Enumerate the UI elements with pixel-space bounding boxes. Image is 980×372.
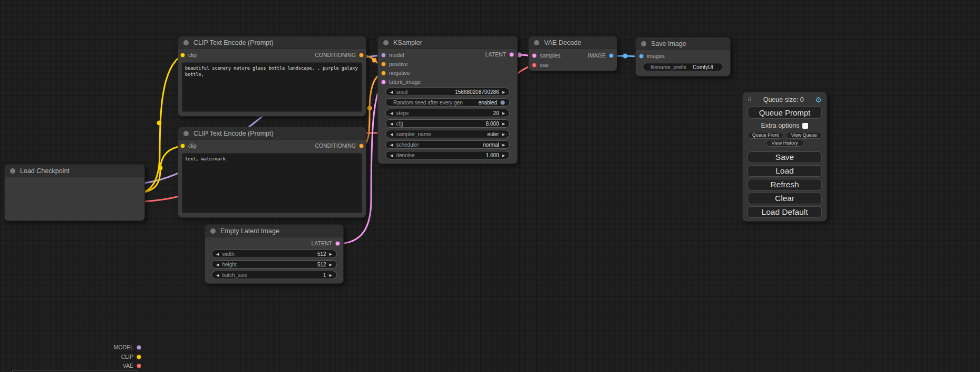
widget-width[interactable]: ◀ width 512 ▶ <box>211 250 337 258</box>
latent-output-dot[interactable] <box>335 241 340 246</box>
prompt-textarea[interactable]: beautiful scenery nature glass bottle la… <box>182 62 362 112</box>
widget-filename-prefix[interactable]: filename_prefix ComfyUI <box>643 63 723 71</box>
widget-seed[interactable]: ◀ seed 156680208700286 ▶ <box>385 88 510 96</box>
settings-gear-icon[interactable]: ⚙ <box>815 96 822 103</box>
load-button[interactable]: Load <box>748 165 822 177</box>
input-slot-latent-image[interactable]: latent_image <box>381 79 421 85</box>
reroute-dot-positive[interactable] <box>372 58 377 63</box>
increment-arrow-icon[interactable]: ▶ <box>329 263 332 266</box>
extra-options-checkbox[interactable] <box>802 123 808 129</box>
negative-input-dot[interactable] <box>381 71 386 75</box>
node-clip-text-encode-negative[interactable]: CLIP Text Encode (Prompt) clip CONDITION… <box>178 127 366 218</box>
node-clip-text-encode-positive[interactable]: CLIP Text Encode (Prompt) clip CONDITION… <box>178 36 366 117</box>
view-queue-button[interactable]: View Queue <box>786 132 822 139</box>
widget-batch-size[interactable]: ◀ batch_size 1 ▶ <box>211 271 337 279</box>
decrement-arrow-icon[interactable]: ◀ <box>390 154 393 157</box>
view-history-button[interactable]: View History <box>766 140 804 147</box>
decrement-arrow-icon[interactable]: ◀ <box>390 143 393 147</box>
node-title-bar[interactable]: KSampler <box>378 36 517 49</box>
collapse-dot-icon[interactable] <box>641 41 646 46</box>
latent-output-dot[interactable] <box>509 52 514 57</box>
node-title-bar[interactable]: Load Checkpoint <box>5 165 144 177</box>
increment-arrow-icon[interactable]: ▶ <box>502 122 505 126</box>
collapse-dot-icon[interactable] <box>183 131 189 136</box>
reroute-dot-clip2[interactable] <box>158 166 163 170</box>
toggle-enabled-icon[interactable] <box>500 100 505 105</box>
input-slot-samples[interactable]: samples <box>532 52 560 59</box>
widget-scheduler[interactable]: ◀ scheduler normal ▶ <box>385 140 510 149</box>
widget-cfg[interactable]: ◀ cfg 8.000 ▶ <box>385 119 510 128</box>
increment-arrow-icon[interactable]: ▶ <box>502 132 505 136</box>
input-slot-model[interactable]: model <box>381 52 404 58</box>
clip-input-dot[interactable] <box>180 53 185 58</box>
increment-arrow-icon[interactable]: ▶ <box>329 273 332 277</box>
drag-handle-icon[interactable]: ⠿ <box>748 97 752 103</box>
load-default-button[interactable]: Load Default <box>748 206 822 218</box>
collapse-dot-icon[interactable] <box>10 168 15 174</box>
conditioning-output-dot[interactable] <box>359 144 364 148</box>
clip-output-dot[interactable] <box>137 355 141 359</box>
model-input-dot[interactable] <box>381 53 386 58</box>
collapse-dot-icon[interactable] <box>183 40 189 45</box>
widget-denoise[interactable]: ◀ denoise 1.000 ▶ <box>385 151 510 159</box>
refresh-button[interactable]: Refresh <box>748 179 822 190</box>
output-slot-conditioning[interactable]: CONDITIONING <box>315 52 364 58</box>
positive-input-dot[interactable] <box>381 62 386 66</box>
model-output-dot[interactable] <box>137 345 141 350</box>
queue-panel[interactable]: ⠿ Queue size: 0 ⚙ Queue Prompt Extra opt… <box>742 92 827 222</box>
input-slot-images[interactable]: images <box>639 53 665 59</box>
input-slot-positive[interactable]: positive <box>381 61 408 67</box>
output-slot-vae[interactable]: VAE <box>123 363 141 369</box>
vae-output-dot[interactable] <box>137 364 141 368</box>
increment-arrow-icon[interactable]: ▶ <box>502 90 505 94</box>
input-slot-clip[interactable]: clip <box>180 142 197 149</box>
queue-front-button[interactable]: Queue Front <box>748 132 783 139</box>
decrement-arrow-icon[interactable]: ◀ <box>390 111 393 115</box>
node-title-bar[interactable]: Empty Latent Image <box>205 225 343 237</box>
output-slot-latent[interactable]: LATENT <box>312 240 340 246</box>
image-output-dot[interactable] <box>609 53 614 58</box>
collapse-dot-icon[interactable] <box>534 40 539 45</box>
widget-ckpt-name[interactable]: ◀ ckpt_name v1-5-pruned-emaonly.ckpt ▶ <box>11 370 138 372</box>
widget-sampler-name[interactable]: ◀ sampler_name euler ▶ <box>385 130 510 138</box>
decrement-arrow-icon[interactable]: ◀ <box>216 252 219 256</box>
output-slot-model[interactable]: MODEL <box>114 344 141 350</box>
samples-input-dot[interactable] <box>532 53 537 58</box>
decrement-arrow-icon[interactable]: ◀ <box>390 90 393 94</box>
output-slot-clip[interactable]: CLIP <box>121 354 141 360</box>
reroute-dot-negative[interactable] <box>367 106 372 111</box>
decrement-arrow-icon[interactable]: ◀ <box>390 132 393 136</box>
output-slot-image[interactable]: IMAGE <box>588 52 614 59</box>
node-title-bar[interactable]: CLIP Text Encode (Prompt) <box>178 36 366 49</box>
node-ksampler[interactable]: KSampler model positive negative latent_… <box>377 36 518 164</box>
reroute-dot-image[interactable] <box>623 54 628 59</box>
node-save-image[interactable]: Save Image images filename_prefix ComfyU… <box>635 37 731 77</box>
reroute-dot-clip1[interactable] <box>157 121 162 126</box>
conditioning-output-dot[interactable] <box>359 53 364 58</box>
input-slot-clip[interactable]: clip <box>180 52 197 58</box>
widget-height[interactable]: ◀ height 512 ▶ <box>211 260 337 269</box>
node-title-bar[interactable]: CLIP Text Encode (Prompt) <box>178 127 366 140</box>
node-empty-latent-image[interactable]: Empty Latent Image LATENT ◀ width 512 ▶ … <box>205 224 344 284</box>
increment-arrow-icon[interactable]: ▶ <box>502 111 505 115</box>
node-vae-decode[interactable]: VAE Decode samples vae IMAGE <box>528 36 617 71</box>
input-slot-negative[interactable]: negative <box>381 70 410 76</box>
clear-button[interactable]: Clear <box>748 193 822 204</box>
decrement-arrow-icon[interactable]: ◀ <box>390 122 393 126</box>
output-slot-conditioning[interactable]: CONDITIONING <box>315 142 364 149</box>
increment-arrow-icon[interactable]: ▶ <box>329 252 332 256</box>
queue-prompt-button[interactable]: Queue Prompt <box>748 106 822 119</box>
collapse-dot-icon[interactable] <box>383 40 389 45</box>
widget-steps[interactable]: ◀ steps 20 ▶ <box>385 109 510 117</box>
prompt-textarea[interactable]: text, watermark <box>182 153 362 213</box>
input-slot-vae[interactable]: vae <box>532 62 549 68</box>
collapse-dot-icon[interactable] <box>210 228 216 234</box>
clip-input-dot[interactable] <box>180 144 185 148</box>
decrement-arrow-icon[interactable]: ◀ <box>216 263 219 266</box>
vae-input-dot[interactable] <box>532 63 537 68</box>
node-title-bar[interactable]: Save Image <box>636 37 730 50</box>
latent-image-input-dot[interactable] <box>381 80 386 84</box>
node-load-checkpoint[interactable]: Load Checkpoint MODEL CLIP VAE ◀ ckpt_na… <box>4 164 145 221</box>
decrement-arrow-icon[interactable]: ◀ <box>216 273 219 277</box>
images-input-dot[interactable] <box>639 54 644 59</box>
